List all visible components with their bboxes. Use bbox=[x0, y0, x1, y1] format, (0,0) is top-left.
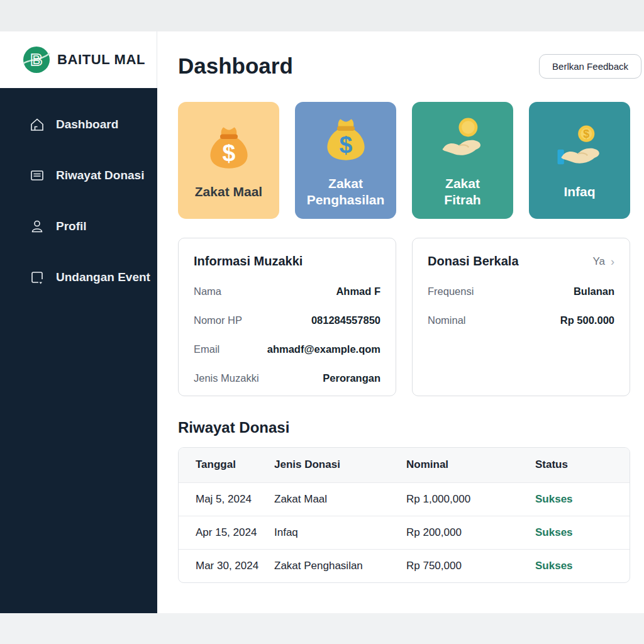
card-zakat-maal[interactable]: $ Zakat Maal bbox=[178, 102, 279, 219]
home-icon bbox=[29, 116, 45, 133]
zakat-card-label: Infaq bbox=[564, 184, 595, 200]
muzakki-row-nama: Nama Ahmad F bbox=[194, 286, 380, 297]
list-icon bbox=[29, 167, 45, 184]
table-header-row: Tanggal Jenis Donasi Nominal Status bbox=[179, 448, 630, 482]
status-badge: Sukses bbox=[535, 482, 630, 516]
cell-tanggal: Apr 15, 2024 bbox=[179, 516, 274, 549]
brand-logo-icon: B bbox=[23, 46, 50, 74]
money-bag-icon: $ bbox=[203, 121, 255, 176]
zakat-card-label: Zakat Maal bbox=[195, 184, 262, 200]
field-label: Frequensi bbox=[428, 286, 474, 297]
table-row[interactable]: Maj 5, 2024 Zakat Maal Rp 1,000,000 Suks… bbox=[179, 482, 630, 516]
muzakki-row-jenis: Jenis Muzakki Perorangan bbox=[194, 372, 380, 384]
berkala-toggle-link[interactable]: Ya › bbox=[592, 255, 614, 268]
field-value: Rp 500.000 bbox=[560, 314, 614, 326]
user-icon bbox=[29, 218, 45, 235]
chevron-right-icon: › bbox=[611, 256, 614, 267]
sidebar-item-label: Riwayat Donasi bbox=[56, 169, 144, 182]
bottom-letterbox bbox=[0, 613, 644, 644]
field-value: Ahmad F bbox=[336, 286, 380, 297]
cell-jenis-donasi: Zakat Penghasilan bbox=[274, 549, 406, 582]
cell-nominal: Rp 1,000,000 bbox=[406, 482, 535, 516]
column-header-jenis-donasi: Jenis Donasi bbox=[274, 448, 406, 482]
page-title: Dashboard bbox=[178, 53, 293, 79]
berkala-row-frequensi: Frequensi Bulanan bbox=[428, 286, 614, 297]
event-icon bbox=[29, 269, 45, 286]
cell-jenis-donasi: Infaq bbox=[274, 516, 406, 549]
field-value: ahmadf@example.qom bbox=[267, 343, 380, 355]
page: B BAITUL MAL Dashboard Ri bbox=[0, 0, 644, 644]
field-value: Bulanan bbox=[574, 286, 614, 297]
cell-nominal: Rp 200,000 bbox=[406, 516, 535, 549]
info-cards-row: Informasi Muzakki Nama Ahmad F Nomor HP … bbox=[178, 238, 630, 396]
svg-text:B: B bbox=[31, 50, 43, 69]
table-row[interactable]: Mar 30, 2024 Zakat Penghasilan Rp 750,00… bbox=[179, 549, 630, 582]
sidebar-item-label: Undangan Event bbox=[56, 270, 150, 284]
hand-coin-icon: $ bbox=[552, 121, 608, 176]
muzakki-row-email: Email ahmadf@example.qom bbox=[194, 343, 380, 355]
donasi-berkala-card: Donasi Berkala Ya › Frequensi Bulanan No… bbox=[412, 238, 630, 396]
card-zakat-penghasilan[interactable]: $ Zakat Penghasilan bbox=[295, 102, 396, 219]
main-content: Dashboard Berlkan Feedback $ Zakat Maal bbox=[157, 31, 644, 613]
column-header-nominal: Nominal bbox=[406, 448, 535, 482]
berkala-card-title: Donasi Berkala bbox=[428, 254, 519, 269]
brand-name: BAITUL MAL bbox=[57, 52, 145, 68]
column-header-tanggal: Tanggal bbox=[179, 448, 274, 482]
svg-text:$: $ bbox=[222, 139, 235, 165]
cell-nominal: Rp 750,000 bbox=[406, 549, 535, 582]
svg-text:$: $ bbox=[583, 128, 589, 140]
sidebar-item-label: Dashboard bbox=[56, 118, 118, 131]
riwayat-table: Tanggal Jenis Donasi Nominal Status Maj … bbox=[178, 447, 630, 583]
field-label: Email bbox=[194, 343, 219, 355]
field-label: Nama bbox=[194, 286, 221, 297]
column-header-status: Status bbox=[535, 448, 630, 482]
svg-text:$: $ bbox=[339, 131, 352, 157]
muzakki-info-card: Informasi Muzakki Nama Ahmad F Nomor HP … bbox=[178, 238, 396, 396]
muzakki-card-title: Informasi Muzakki bbox=[194, 254, 303, 269]
app-window: B BAITUL MAL Dashboard Ri bbox=[0, 31, 644, 613]
sidebar-item-dashboard[interactable]: Dashboard bbox=[0, 112, 157, 137]
muzakki-row-nomor-hp: Nomor HP 081284557850 bbox=[194, 314, 380, 326]
zakat-cards-row: $ Zakat Maal $ Zakat Penghasil bbox=[178, 102, 630, 219]
muzakki-card-header: Informasi Muzakki bbox=[194, 254, 380, 269]
table-row[interactable]: Apr 15, 2024 Infaq Rp 200,000 Sukses bbox=[179, 516, 630, 549]
status-badge: Sukses bbox=[535, 549, 630, 582]
card-infaq[interactable]: $ Infaq bbox=[529, 102, 630, 219]
feedback-button[interactable]: Berlkan Feedback bbox=[539, 54, 641, 79]
riwayat-section-title: Riwayat Donasi bbox=[178, 419, 630, 436]
cell-jenis-donasi: Zakat Maal bbox=[274, 482, 406, 516]
top-letterbox bbox=[0, 0, 644, 31]
sidebar: B BAITUL MAL Dashboard Ri bbox=[0, 31, 157, 613]
sidebar-item-undangan-event[interactable]: Undangan Event bbox=[0, 265, 157, 290]
hand-coin-icon bbox=[435, 113, 491, 168]
cell-tanggal: Mar 30, 2024 bbox=[179, 549, 274, 582]
field-label: Jenis Muzakki bbox=[194, 372, 259, 384]
berkala-toggle-value: Ya bbox=[592, 255, 605, 268]
berkala-row-nominal: Nominal Rp 500.000 bbox=[428, 314, 614, 326]
field-value: 081284557850 bbox=[311, 314, 380, 326]
sidebar-item-label: Profil bbox=[56, 219, 87, 233]
sidebar-nav: Dashboard Riwayat Donasi Profil bbox=[0, 88, 157, 613]
field-label: Nominal bbox=[428, 314, 466, 326]
card-zakat-fitrah[interactable]: Zakat Fitrah bbox=[412, 102, 513, 219]
zakat-card-label: Zakat Penghasilan bbox=[307, 175, 385, 209]
field-value: Perorangan bbox=[323, 372, 380, 384]
money-bag-icon: $ bbox=[319, 113, 372, 168]
berkala-card-header: Donasi Berkala Ya › bbox=[428, 254, 614, 269]
main-header: Dashboard Berlkan Feedback bbox=[178, 52, 630, 80]
brand-logo: B BAITUL MAL bbox=[0, 31, 157, 88]
sidebar-item-riwayat-donasi[interactable]: Riwayat Donasi bbox=[0, 163, 157, 188]
cell-tanggal: Maj 5, 2024 bbox=[179, 482, 274, 516]
field-label: Nomor HP bbox=[194, 314, 242, 326]
zakat-card-label: Zakat Fitrah bbox=[444, 175, 480, 209]
status-badge: Sukses bbox=[535, 516, 630, 549]
sidebar-item-profil[interactable]: Profil bbox=[0, 214, 157, 239]
